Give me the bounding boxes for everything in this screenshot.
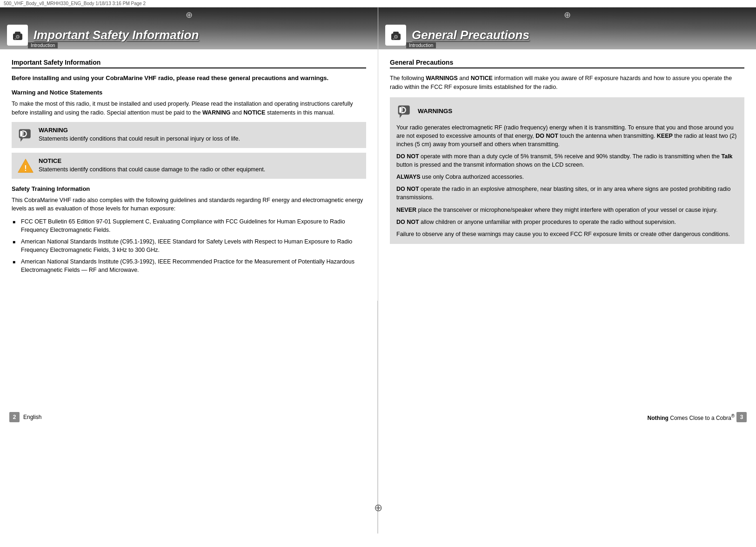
right-banner: General Precautions Introduction ⊕: [378, 7, 756, 49]
left-footer-label: English: [23, 414, 41, 420]
warning-p6: DO NOT allow children or anyone unfamili…: [396, 218, 738, 226]
svg-rect-19: [399, 107, 401, 113]
warning-notice-heading: Warning and Notice Statements: [12, 89, 366, 96]
left-section-heading: Important Safety Information: [12, 59, 366, 68]
left-page: Important Safety Information Introductio…: [0, 7, 378, 533]
right-page: General Precautions Introduction ⊕ Gener…: [378, 7, 756, 533]
warning-body: Statements identify conditions that coul…: [39, 135, 361, 143]
notice-icon: !: [17, 157, 34, 174]
bullet-item-3: American National Standards Institute (C…: [12, 258, 366, 274]
svg-marker-17: [400, 115, 402, 118]
bullet-item-2: American National Standards Institute (C…: [12, 238, 366, 254]
svg-point-3: [17, 36, 19, 38]
radio-icon: [9, 27, 26, 44]
top-bar: 500_VHF_Body_v8_MRHH330_ENG_Body 1/18/13…: [0, 0, 756, 7]
top-bar-text: 500_VHF_Body_v8_MRHH330_ENG_Body 1/18/13…: [4, 1, 146, 6]
svg-text:!: !: [24, 163, 27, 172]
right-footer: Nothing Comes Close to a Cobra® 3: [378, 301, 756, 533]
warning-box: ! WARNING Statements identify conditions…: [12, 122, 366, 148]
crosshair-bottom: ⊕: [374, 502, 382, 514]
left-intro-bold: Before installing and using your CobraMa…: [12, 74, 366, 82]
right-warning-icon: !: [396, 103, 413, 120]
crosshair-top-left: ⊕: [186, 10, 193, 20]
left-banner: Important Safety Information Introductio…: [0, 7, 378, 49]
right-page-num: 3: [736, 412, 747, 422]
warning-icon: !: [17, 127, 34, 143]
warning-content: WARNING Statements identify conditions t…: [39, 127, 361, 143]
right-banner-icon: [385, 25, 406, 46]
left-banner-title: Important Safety Information: [33, 28, 199, 42]
crosshair-top-right: ⊕: [564, 10, 571, 20]
svg-rect-12: [393, 32, 399, 34]
right-footer-nothing: Nothing Comes Close to a Cobra®: [648, 413, 735, 421]
warning-p5: NEVER place the transceiver or microphon…: [396, 206, 738, 214]
svg-rect-15: [393, 38, 395, 40]
svg-point-14: [395, 36, 397, 38]
warning-p7: Failure to observe any of these warnings…: [396, 230, 738, 238]
svg-marker-6: [20, 138, 23, 142]
svg-rect-4: [14, 38, 16, 40]
right-warnings-title: WARNINGS: [418, 108, 452, 115]
svg-rect-1: [15, 32, 20, 34]
warning-p4: DO NOT operate the radio in an explosive…: [396, 185, 738, 202]
notice-box: ! NOTICE Statements identify conditions …: [12, 153, 366, 179]
left-banner-icon: [7, 25, 28, 46]
warning-p2: DO NOT operate with more than a duty cyc…: [396, 152, 738, 169]
warning-p1: Your radio generates electromagnetic RF …: [396, 123, 738, 149]
left-footer: 2 English: [0, 301, 378, 533]
right-warnings-box: ! WARNINGS Your radio generates electrom…: [390, 97, 744, 244]
safety-bullet-list: FCC OET Bulletin 65 Edition 97-01 Supple…: [12, 218, 366, 274]
general-precautions-intro: The following WARNINGS and NOTICE inform…: [390, 74, 744, 92]
bullet-item-1: FCC OET Bulletin 65 Edition 97-01 Supple…: [12, 218, 366, 234]
safety-training-heading: Safety Training Information: [12, 185, 366, 192]
notice-content: NOTICE Statements identify conditions th…: [39, 157, 361, 174]
warnings-content: Your radio generates electromagnetic RF …: [396, 123, 738, 238]
warning-notice-body: To make the most of this radio, it must …: [12, 100, 366, 117]
warning-p3: ALWAYS use only Cobra authorized accesso…: [396, 173, 738, 181]
left-content: Important Safety Information Before inst…: [0, 49, 378, 301]
notice-title: NOTICE: [39, 157, 361, 164]
right-content: General Precautions The following WARNIN…: [378, 49, 756, 301]
warning-title: WARNING: [39, 127, 361, 134]
radio-icon-right: [388, 27, 404, 44]
svg-rect-8: [20, 131, 22, 137]
safety-training-body: This CobraMarine VHF radio also complies…: [12, 196, 366, 214]
notice-body: Statements identify conditions that coul…: [39, 166, 361, 174]
right-warnings-header: ! WARNINGS: [396, 103, 738, 120]
left-page-num: 2: [9, 412, 20, 422]
right-banner-title: General Precautions: [412, 28, 529, 42]
right-section-heading: General Precautions: [390, 59, 744, 68]
